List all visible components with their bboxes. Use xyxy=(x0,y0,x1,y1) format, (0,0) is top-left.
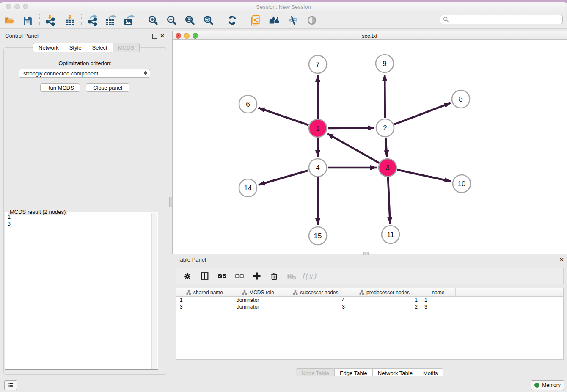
run-mcds-button[interactable]: Run MCDS xyxy=(40,83,80,92)
save-session-icon[interactable] xyxy=(20,13,35,28)
import-network-icon[interactable] xyxy=(44,13,58,28)
tab-select[interactable]: Select xyxy=(87,43,113,52)
control-panel: Control Panel ✕ NetworkStyleSelectMCDS O… xyxy=(0,31,170,378)
edge-2-9[interactable] xyxy=(385,75,385,118)
node-1[interactable]: 1 xyxy=(309,119,327,137)
edge-3-10[interactable] xyxy=(397,170,451,182)
deselect-all-icon[interactable] xyxy=(234,271,245,282)
node-14[interactable]: 14 xyxy=(239,179,257,197)
column-type-icon xyxy=(359,290,364,295)
node-10[interactable]: 10 xyxy=(453,175,471,193)
tab-style[interactable]: Style xyxy=(64,43,87,52)
close-mcds-button[interactable]: Close panel xyxy=(86,83,129,92)
close-table-panel-icon[interactable]: ✕ xyxy=(559,257,564,262)
float-panel-icon[interactable] xyxy=(152,33,157,40)
table-cell[interactable]: 3 xyxy=(176,304,233,310)
import-table-icon[interactable] xyxy=(63,13,77,28)
svg-text:15: 15 xyxy=(314,232,322,240)
table-row[interactable]: 1dominator411 xyxy=(176,297,563,304)
svg-text:3: 3 xyxy=(385,164,389,172)
control-panel-tabs: NetworkStyleSelectMCDS xyxy=(33,43,140,52)
table-cell[interactable]: 3 xyxy=(284,304,348,310)
criterion-dropdown[interactable]: strongly connected component xyxy=(19,69,150,78)
chevron-updown-icon xyxy=(144,71,147,75)
toolbar-separator xyxy=(81,14,82,26)
search-field[interactable] xyxy=(440,15,563,24)
node-11[interactable]: 11 xyxy=(382,226,399,243)
table-cell[interactable]: dominator xyxy=(233,297,284,304)
open-session-icon[interactable] xyxy=(3,13,17,28)
delete-column-icon[interactable] xyxy=(269,271,280,282)
float-table-panel-icon[interactable] xyxy=(552,257,556,264)
node-4[interactable]: 4 xyxy=(309,159,327,177)
svg-text:9: 9 xyxy=(383,60,386,68)
table-cell[interactable]: 4 xyxy=(284,297,348,304)
node-2[interactable]: 2 xyxy=(376,119,394,137)
column-header-mcds-role[interactable]: MCDS role xyxy=(233,288,284,296)
table-cell[interactable]: 1 xyxy=(421,297,456,304)
settings-icon[interactable] xyxy=(182,271,193,282)
table-cell[interactable]: dominator xyxy=(233,304,284,310)
node-9[interactable]: 9 xyxy=(376,55,394,72)
table-cell[interactable]: 3 xyxy=(421,304,456,310)
apply-layout-icon[interactable] xyxy=(225,13,239,28)
mcds-result-list: 13 xyxy=(8,214,11,227)
node-3[interactable]: 3 xyxy=(379,159,396,177)
zoom-in-icon[interactable] xyxy=(146,13,160,28)
node-8[interactable]: 8 xyxy=(452,90,470,108)
column-type-icon xyxy=(242,290,247,295)
column-header-shared-name[interactable]: shared name xyxy=(176,288,233,296)
table-cell[interactable]: 1 xyxy=(176,297,233,304)
memory-label: Memory xyxy=(542,382,560,388)
show-column-panel-icon[interactable] xyxy=(199,271,210,282)
column-header-successor-nodes[interactable]: successor nodes xyxy=(284,288,348,296)
mcds-result-item: 1 xyxy=(8,214,11,221)
zoom-selected-icon[interactable] xyxy=(201,13,216,28)
result-scrollbar[interactable] xyxy=(151,213,157,369)
node-15[interactable]: 15 xyxy=(309,227,327,245)
column-type-icon xyxy=(186,290,191,295)
column-header-predecessor-nodes[interactable]: predecessor nodes xyxy=(348,288,421,296)
table-cell[interactable]: 2 xyxy=(348,304,421,310)
table-cell[interactable]: 1 xyxy=(348,297,421,304)
tab-network[interactable]: Network xyxy=(33,43,64,52)
table-header-row: shared nameMCDS rolesuccessor nodesprede… xyxy=(176,288,563,297)
table-row[interactable]: 3dominator323 xyxy=(176,304,563,310)
zoom-out-icon[interactable] xyxy=(165,13,179,28)
edge-1-6[interactable] xyxy=(259,108,309,125)
zoom-fit-icon[interactable] xyxy=(183,13,197,28)
network-title: scc.txt xyxy=(173,33,567,39)
task-history-button[interactable] xyxy=(4,380,17,390)
criterion-value: strongly connected component xyxy=(23,70,98,77)
edge-2-8[interactable] xyxy=(394,103,451,124)
memory-button[interactable]: Memory xyxy=(531,380,564,390)
column-header-name[interactable]: name xyxy=(421,288,456,296)
network-canvas[interactable]: 7968124314101511 xyxy=(173,40,567,254)
home-icon[interactable] xyxy=(267,13,282,28)
show-panels-icon[interactable] xyxy=(305,13,319,28)
tab-mcds[interactable]: MCDS xyxy=(113,43,140,52)
edge-1-2[interactable] xyxy=(328,128,374,128)
function-builder-icon: f(x) xyxy=(303,271,314,282)
edge-4-14[interactable] xyxy=(259,170,308,185)
toolbar-separator xyxy=(39,14,40,26)
hide-panels-icon[interactable] xyxy=(286,13,300,28)
svg-text:4: 4 xyxy=(316,164,319,172)
export-network-icon[interactable] xyxy=(86,13,100,28)
edge-3-11[interactable] xyxy=(388,177,390,224)
network-graph[interactable]: 7968124314101511 xyxy=(173,40,567,254)
mcds-result-box: MCDS result (2 nodes) 13 xyxy=(5,212,158,370)
export-image-icon[interactable] xyxy=(122,13,136,28)
node-6[interactable]: 6 xyxy=(239,95,257,113)
node-table[interactable]: shared nameMCDS rolesuccessor nodesprede… xyxy=(176,288,564,360)
edge-2-3[interactable] xyxy=(385,138,387,157)
network-view-window: × – + scc.txt 7968124314101511 xyxy=(172,31,567,254)
add-column-icon[interactable] xyxy=(251,271,262,282)
clone-network-icon[interactable] xyxy=(249,13,263,28)
search-input[interactable] xyxy=(449,16,562,23)
edge-3-1[interactable] xyxy=(328,134,379,163)
node-7[interactable]: 7 xyxy=(309,55,327,73)
export-table-icon[interactable] xyxy=(104,13,118,28)
select-all-icon[interactable] xyxy=(217,271,228,282)
close-panel-icon[interactable]: ✕ xyxy=(160,33,165,38)
